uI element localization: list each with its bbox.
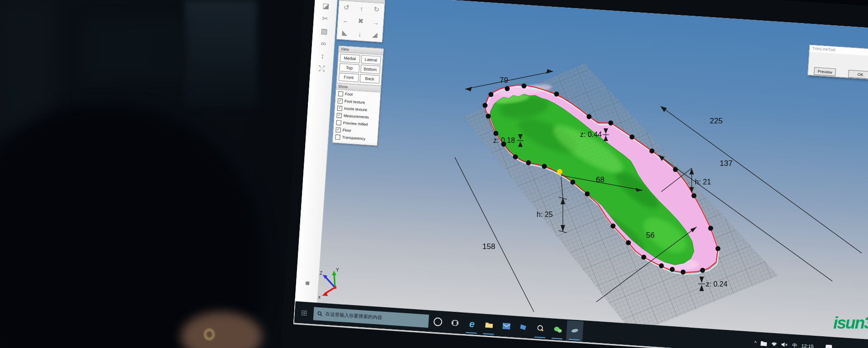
scissors-icon[interactable]: ✂: [314, 14, 336, 24]
checkbox: ✓: [335, 127, 341, 132]
mail-icon[interactable]: [497, 315, 515, 336]
ok-button[interactable]: OK: [848, 70, 868, 80]
checkbox: ✓: [337, 105, 343, 111]
insole-pair-icon[interactable]: ∞: [312, 39, 335, 48]
checkbox: ✓: [337, 113, 342, 118]
hatched-area-icon[interactable]: ▨: [313, 26, 335, 36]
photo-of-monitor: { "app": { "left_toolbar": {"icons": ["s…: [0, 0, 868, 348]
start-button[interactable]: ⊞: [296, 305, 312, 321]
view-bottom-button[interactable]: Bottom: [360, 65, 381, 74]
task-view-icon[interactable]: [446, 312, 464, 333]
search-icon: [317, 311, 323, 317]
rotate-ccw-icon[interactable]: ↺: [339, 1, 354, 14]
background-shelf: [86, 18, 185, 81]
isun3d-watermark: isun3: [833, 314, 868, 333]
axis-z-label: Z: [320, 271, 322, 276]
show-panel: Show ✓ Foot ✓ Foot texture ✓ Insole text…: [332, 83, 382, 146]
length-outer-label: 225: [710, 117, 722, 125]
wifi-icon[interactable]: [771, 341, 778, 347]
tray-notification-icon[interactable]: [826, 344, 832, 348]
edge-icon[interactable]: e: [463, 313, 481, 334]
width-outer-label: 137: [720, 159, 732, 168]
background-window-glow: [184, 0, 257, 108]
insole-app-icon[interactable]: [566, 320, 584, 341]
rotation-pad-panel: ↺ ↑ ↻ ← ✖ → ◣ ↓ ◢: [336, 0, 385, 42]
view-medial-button[interactable]: Medial: [340, 54, 360, 63]
cortana-icon[interactable]: [429, 311, 447, 332]
rotate-cw-icon[interactable]: ↻: [368, 3, 384, 16]
ime-indicator[interactable]: 中: [792, 342, 797, 348]
ring-on-hand: [204, 329, 214, 340]
search-input[interactable]: 在这里输入你要搜索的内容: [313, 307, 429, 328]
toe-width-label: 79: [500, 76, 508, 85]
wechat-icon[interactable]: [549, 319, 566, 340]
heel-width-label: 56: [646, 231, 655, 240]
tools-icon[interactable]: ✖: [353, 14, 368, 28]
h-lateral-label: h: 21: [695, 178, 711, 186]
mid-width-label: 68: [596, 175, 604, 184]
file-explorer-icon[interactable]: [480, 315, 498, 335]
checkbox: ✓: [338, 91, 344, 96]
view-front-button[interactable]: Front: [339, 73, 359, 82]
mini-grid-icon[interactable]: ▦: [297, 280, 319, 286]
axis-gizmo: Y Z x: [318, 268, 339, 300]
browser-icon[interactable]: [532, 318, 549, 339]
clock[interactable]: 12:15: [801, 343, 814, 348]
checkbox: ✓: [338, 98, 343, 103]
view-back-button[interactable]: Back: [359, 74, 380, 84]
down-arrow-icon[interactable]: ↓: [352, 27, 368, 41]
checkbox: ✓: [336, 120, 341, 125]
preview-button[interactable]: Preview: [814, 67, 836, 76]
tray-folder-icon[interactable]: [760, 340, 767, 346]
select-region-icon[interactable]: ◪: [315, 1, 337, 11]
z-heel-label: z: 0.24: [706, 280, 727, 288]
view-top-button[interactable]: Top: [339, 63, 359, 73]
expand-icon[interactable]: ↖↗↙↘: [311, 64, 333, 73]
vertical-arrows-icon[interactable]: ↕: [311, 52, 334, 61]
selected-control-point: [557, 169, 562, 174]
corner-se-icon[interactable]: ◢: [367, 28, 383, 42]
pc-app-icon[interactable]: [514, 317, 532, 338]
z-mid-label: z: 0.44: [580, 131, 602, 138]
right-arrow-icon[interactable]: →: [368, 15, 383, 29]
view-lateral-button[interactable]: Lateral: [361, 55, 381, 65]
corner-sw-icon[interactable]: ◣: [337, 26, 353, 39]
length-inner-label: 158: [482, 242, 495, 251]
left-arrow-icon[interactable]: ←: [338, 13, 354, 27]
axis-x-label: x: [318, 295, 321, 300]
view-panel: View Medial Lateral Top Bottom Front Bac…: [336, 46, 384, 86]
z-toe-label: z: 0.18: [493, 136, 515, 144]
tray-chevron-icon[interactable]: ^: [754, 340, 757, 345]
up-arrow-icon[interactable]: ↑: [354, 2, 369, 15]
search-placeholder: 在这里输入你要搜索的内容: [325, 311, 382, 321]
checkbox: ✓: [335, 134, 340, 140]
monitor-screen: 79 225 137 158 68 56 z: 0.18 z: 0.44 z: …: [293, 0, 868, 348]
volume-muted-icon[interactable]: [781, 342, 788, 348]
h-arch-label: h: 25: [537, 211, 553, 218]
axis-y-label: Y: [336, 268, 339, 273]
